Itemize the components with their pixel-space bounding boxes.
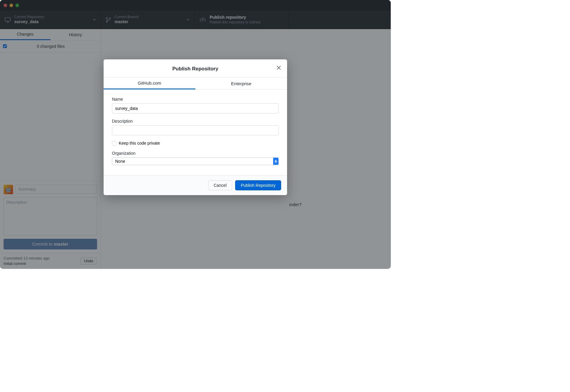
select-stepper-icon xyxy=(273,158,278,165)
github-desktop-window: Current Repository survey_data Current B… xyxy=(0,0,391,269)
tab-github-com[interactable]: GitHub.com xyxy=(104,78,195,89)
modal-body: Name Description Keep this code private … xyxy=(104,90,287,175)
publish-repository-button[interactable]: Publish Repository xyxy=(235,180,281,190)
close-icon[interactable] xyxy=(275,64,283,72)
keep-private-checkbox[interactable] xyxy=(112,141,116,146)
description-input[interactable] xyxy=(112,125,279,135)
modal-overlay[interactable]: Publish Repository GitHub.com Enterprise… xyxy=(0,0,391,269)
publish-repository-modal: Publish Repository GitHub.com Enterprise… xyxy=(104,59,287,195)
modal-footer: Cancel Publish Repository xyxy=(104,175,287,195)
modal-title: Publish Repository xyxy=(104,59,287,78)
name-label: Name xyxy=(112,97,279,102)
organization-label: Organization xyxy=(112,151,279,156)
description-label: Description xyxy=(112,119,279,124)
cancel-button[interactable]: Cancel xyxy=(208,180,232,190)
keep-private-label: Keep this code private xyxy=(119,141,160,146)
modal-tabs: GitHub.com Enterprise xyxy=(104,78,287,90)
organization-select[interactable]: None xyxy=(112,157,279,165)
name-input[interactable] xyxy=(112,103,279,113)
tab-enterprise[interactable]: Enterprise xyxy=(195,78,287,89)
